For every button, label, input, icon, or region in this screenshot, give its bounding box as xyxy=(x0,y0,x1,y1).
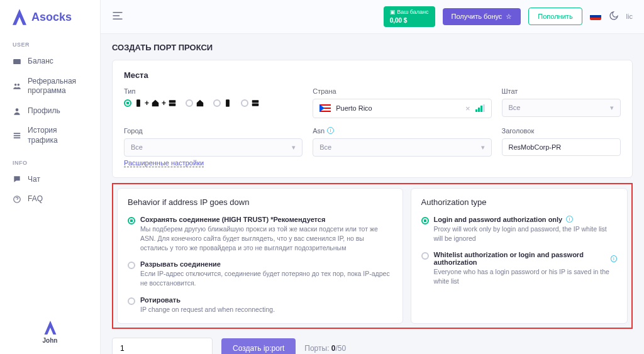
type-option-mix[interactable]: + + xyxy=(124,99,177,108)
quantity-input[interactable] xyxy=(112,338,213,354)
svg-point-3 xyxy=(16,108,19,111)
nav-section-user: USER xyxy=(0,38,100,52)
country-select[interactable]: Puerto Rico × xyxy=(313,99,491,118)
chevron-down-icon: ▾ xyxy=(481,143,485,152)
topup-button[interactable]: Пополнить xyxy=(528,8,582,25)
sidebar-footer: John xyxy=(0,321,100,346)
header-input[interactable] xyxy=(502,138,621,156)
sidebar-item-faq[interactable]: FAQ xyxy=(0,189,100,209)
type-option-home[interactable] xyxy=(186,99,204,108)
username: John xyxy=(43,337,58,344)
sidebar: Asocks USER Баланс Реферальная программа… xyxy=(0,0,101,354)
type-option-server[interactable] xyxy=(241,99,260,108)
state-label: Штат xyxy=(502,87,621,95)
sidebar-item-traffic[interactable]: История трафика xyxy=(0,121,100,150)
option-title: Whitelist authorization or login and pas… xyxy=(434,251,608,266)
chevron-down-icon: ▾ xyxy=(610,104,614,112)
clear-icon[interactable]: × xyxy=(465,104,470,113)
sidebar-item-chat[interactable]: Чат xyxy=(0,170,100,190)
ports-counter: Порты: 0/50 xyxy=(304,344,346,353)
sidebar-item-balance[interactable]: Баланс xyxy=(0,52,100,72)
info-icon[interactable]: i xyxy=(566,216,573,223)
type-option-mobile[interactable] xyxy=(213,99,232,108)
option-title: Разрывать соединение xyxy=(140,260,392,268)
svg-point-2 xyxy=(18,84,19,86)
svg-rect-9 xyxy=(169,100,176,102)
behavior-option-keep[interactable]: Сохранять соединение (HIGH TRUST) *Реком… xyxy=(128,216,392,253)
auth-title: Authorization type xyxy=(421,197,617,207)
asn-select[interactable]: Все ▾ xyxy=(313,138,491,157)
mobile-icon xyxy=(223,99,232,108)
button-label: Получить бонус xyxy=(452,13,502,20)
home-icon xyxy=(196,99,204,108)
info-icon[interactable]: i xyxy=(611,255,617,262)
svg-rect-11 xyxy=(226,99,230,107)
radio-icon xyxy=(128,217,135,224)
city-value: Все xyxy=(131,143,143,151)
flag-ru-icon[interactable] xyxy=(590,13,601,20)
state-value: Все xyxy=(509,104,521,111)
page-title: СОЗДАТЬ ПОРТ ПРОКСИ xyxy=(112,43,633,52)
chat-icon xyxy=(13,175,21,184)
city-label: Город xyxy=(124,127,303,135)
sidebar-item-profile[interactable]: Профиль xyxy=(0,101,100,121)
behavior-option-rotate[interactable]: Ротировать IP change on request and when… xyxy=(128,296,392,314)
type-label: Тип xyxy=(124,87,303,95)
svg-rect-8 xyxy=(136,99,140,107)
get-bonus-button[interactable]: Получить бонус ☆ xyxy=(443,8,521,25)
svg-point-1 xyxy=(14,84,17,86)
behavior-card: Behavior if address IP goes down Сохраня… xyxy=(117,188,403,324)
avatar-icon xyxy=(43,321,57,335)
lic-text: lic xyxy=(626,13,633,20)
option-desc: Мы подберем другую ближайшую прокси из т… xyxy=(140,224,392,253)
option-desc: Everyone who has a login password or his… xyxy=(434,267,617,286)
home-icon xyxy=(151,99,160,108)
logo[interactable]: Asocks xyxy=(0,9,100,35)
radio-icon xyxy=(241,99,248,107)
logo-text: Asocks xyxy=(31,11,72,24)
menu-toggle-icon[interactable] xyxy=(112,11,123,22)
server-icon xyxy=(168,99,177,108)
balance-label: Ваш баланс xyxy=(397,9,428,15)
option-desc: Если IP-адрес отключится, соединение буд… xyxy=(140,269,392,288)
server-icon xyxy=(251,99,260,108)
svg-rect-5 xyxy=(14,135,21,136)
country-value: Puerto Rico xyxy=(336,104,372,112)
state-select[interactable]: Все ▾ xyxy=(502,99,621,117)
signal-icon xyxy=(475,104,485,112)
radio-icon xyxy=(128,262,135,269)
svg-rect-6 xyxy=(14,137,21,138)
auth-card: Authorization type Login and password au… xyxy=(411,188,628,324)
sidebar-item-label: Профиль xyxy=(28,106,60,116)
footer-bar: Создать ip:port Порты: 0/50 xyxy=(112,338,633,354)
sidebar-item-label: Чат xyxy=(28,175,40,185)
mobile-icon xyxy=(134,99,143,108)
topbar: ▣ Ваш баланс 0,00 $ Получить бонус ☆ Поп… xyxy=(101,0,644,34)
behavior-option-break[interactable]: Разрывать соединение Если IP-адрес отклю… xyxy=(128,260,392,288)
flag-pr-icon xyxy=(319,104,331,112)
theme-toggle-icon[interactable] xyxy=(609,11,619,23)
chevron-down-icon: ▾ xyxy=(292,143,296,152)
create-port-button[interactable]: Создать ip:port xyxy=(221,338,296,354)
radio-icon xyxy=(124,99,131,107)
list-icon xyxy=(13,131,21,140)
radio-icon xyxy=(421,217,429,224)
info-icon[interactable]: i xyxy=(327,127,334,134)
wallet-icon xyxy=(13,57,21,66)
svg-rect-10 xyxy=(169,103,176,106)
auth-option-login[interactable]: Login and password authorization only i … xyxy=(421,216,617,243)
option-title: Ротировать xyxy=(140,296,275,304)
advanced-settings-link[interactable]: Расширенные настройки xyxy=(124,159,204,167)
city-select[interactable]: Все ▾ xyxy=(124,138,303,157)
balance-value: 0,00 $ xyxy=(390,16,429,25)
balance-badge[interactable]: ▣ Ваш баланс 0,00 $ xyxy=(384,6,435,27)
places-card: Места Тип + + xyxy=(112,60,633,178)
auth-option-whitelist[interactable]: Whitelist authorization or login and pas… xyxy=(421,251,617,286)
option-title: Сохранять соединение (HIGH TRUST) *Реком… xyxy=(140,216,392,223)
option-desc: Proxy will work only by login and passwo… xyxy=(434,224,617,243)
radio-icon xyxy=(186,99,193,107)
sidebar-item-referral[interactable]: Реферальная программа xyxy=(0,72,100,101)
logo-icon xyxy=(13,9,26,25)
sidebar-item-label: Реферальная программа xyxy=(28,77,87,96)
behavior-title: Behavior if address IP goes down xyxy=(128,197,392,207)
